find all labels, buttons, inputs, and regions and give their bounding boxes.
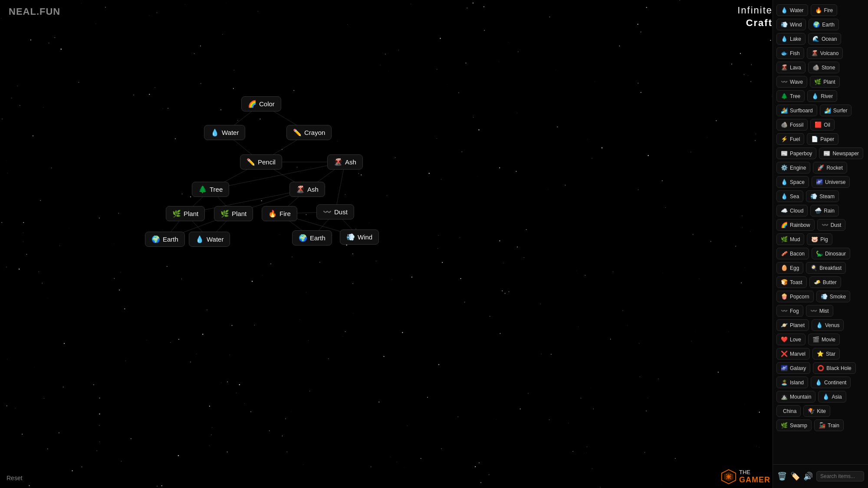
sidebar-item-44[interactable]: 🪐Planet	[776, 319, 809, 331]
node-water2[interactable]: 💧Water	[189, 232, 230, 247]
sidebar-icon-47: 🎬	[812, 336, 819, 343]
sidebar-item-35[interactable]: 🦕Dinosaur	[812, 248, 850, 259]
sidebar-label-8: Lava	[790, 65, 801, 71]
sidebar-item-12[interactable]: 🌲Tree	[776, 90, 805, 102]
sidebar-item-11[interactable]: 🌿Plant	[810, 76, 839, 88]
sidebar-item-40[interactable]: 🍿Popcorn	[776, 291, 814, 302]
sidebar-item-56[interactable]: China	[776, 405, 801, 417]
sidebar-item-52[interactable]: 🏝️Island	[776, 377, 808, 388]
trash-icon[interactable]: 🗑️	[777, 472, 787, 481]
sidebar-item-57[interactable]: 🪁Kite	[803, 405, 830, 417]
sidebar-label-57: Kite	[817, 408, 826, 414]
sidebar-icon-23: 🚀	[817, 164, 824, 171]
sidebar-item-18[interactable]: ⚡Fuel	[776, 133, 804, 145]
node-dust[interactable]: 〰️Dust	[316, 204, 354, 219]
sidebar-item-30[interactable]: 🌈Rainbow	[776, 219, 815, 231]
thegamer-name: GAMER	[739, 475, 770, 485]
sidebar-icon-46: ❤️	[781, 336, 788, 343]
sidebar-item-50[interactable]: 🌌Galaxy	[776, 362, 810, 374]
sidebar-item-54[interactable]: ⛰️Mountain	[776, 391, 815, 403]
node-plant1[interactable]: 🌿Plant	[166, 206, 205, 221]
node-label-pencil: Pencil	[258, 158, 276, 166]
reset-button[interactable]: Reset	[7, 475, 23, 481]
sidebar-item-34[interactable]: 🥓Bacon	[776, 248, 809, 259]
sidebar-label-47: Movie	[822, 337, 835, 343]
sidebar-label-12: Tree	[790, 93, 800, 99]
sidebar-item-19[interactable]: 📄Paper	[807, 133, 838, 145]
sidebar-item-32[interactable]: 🌿Mud	[776, 233, 804, 245]
node-fire[interactable]: 🔥Fire	[262, 206, 297, 221]
node-water1[interactable]: 💧Water	[204, 125, 245, 140]
sidebar-icon-54: ⛰️	[781, 393, 788, 400]
node-wind[interactable]: 💨Wind	[340, 229, 379, 245]
sidebar-label-58: Swamp	[790, 422, 807, 429]
sidebar-item-5[interactable]: 🌊Ocean	[808, 33, 841, 45]
sidebar-item-1[interactable]: 🔥Fire	[811, 4, 838, 16]
sidebar-item-6[interactable]: 🐟Fish	[776, 47, 804, 59]
node-color[interactable]: 🌈Color	[241, 96, 281, 111]
node-icon-ash1: 🌋	[334, 158, 342, 166]
sidebar-item-29[interactable]: 🌧️Rain	[810, 205, 839, 216]
sidebar-item-27[interactable]: 💨Steam	[806, 190, 839, 202]
node-earth1[interactable]: 🌍Earth	[145, 232, 185, 247]
sidebar-item-9[interactable]: 🪨Stone	[808, 62, 839, 73]
sidebar-item-3[interactable]: 🌍Earth	[809, 19, 839, 30]
sidebar-icon-30: 🌈	[781, 222, 788, 228]
info-icon[interactable]: 🏷️	[790, 472, 800, 481]
sidebar-item-8[interactable]: 🌋Lava	[776, 62, 806, 73]
node-crayon[interactable]: ✏️Crayon	[286, 125, 332, 140]
sidebar-item-21[interactable]: 📰Newspaper	[819, 147, 863, 159]
sidebar-item-58[interactable]: 🌿Swamp	[776, 419, 812, 431]
sidebar-item-42[interactable]: 〰️Fog	[776, 305, 803, 317]
sidebar-item-17[interactable]: 🟥Oil	[810, 119, 835, 131]
elements-sidebar[interactable]: 💧Water🔥Fire💨Wind🌍Earth💧Lake🌊Ocean🐟Fish🌋V…	[773, 0, 868, 488]
sidebar-item-26[interactable]: 💧Sea	[776, 190, 803, 202]
node-label-ash2: Ash	[307, 186, 319, 193]
sidebar-item-24[interactable]: 💧Space	[776, 176, 809, 188]
sidebar-item-15[interactable]: 🏄Surfer	[820, 105, 852, 116]
node-label-tree: Tree	[210, 186, 223, 193]
sidebar-icon-25: 🌌	[816, 179, 823, 185]
sidebar-item-38[interactable]: 🍞Toast	[776, 276, 807, 288]
node-tree[interactable]: 🌲Tree	[192, 182, 229, 197]
sidebar-item-22[interactable]: ⚙️Engine	[776, 162, 810, 174]
sidebar-item-37[interactable]: 🍳Breakfast	[806, 262, 846, 274]
sidebar-item-10[interactable]: 〰️Wave	[776, 76, 807, 88]
sidebar-item-45[interactable]: 💧Venus	[812, 319, 844, 331]
sidebar-label-41: Smoke	[830, 294, 846, 300]
sidebar-item-36[interactable]: 🥚Egg	[776, 262, 803, 274]
node-plant2[interactable]: 🌿Plant	[214, 206, 253, 221]
sidebar-item-7[interactable]: 🌋Volcano	[807, 47, 843, 59]
sidebar-item-23[interactable]: 🚀Rocket	[813, 162, 847, 174]
craft-canvas[interactable]: 🌈Color💧Water✏️Crayon✏️Pencil🌋Ash🌲Tree🌋As…	[0, 0, 521, 488]
sidebar-item-0[interactable]: 💧Water	[776, 4, 808, 16]
sidebar-item-53[interactable]: 💧Continent	[811, 377, 851, 388]
sidebar-item-31[interactable]: 〰️Dust	[817, 219, 846, 231]
sidebar-item-2[interactable]: 💨Wind	[776, 19, 806, 30]
sidebar-item-43[interactable]: 〰️Mist	[806, 305, 833, 317]
node-ash2[interactable]: 🌋Ash	[289, 182, 325, 197]
sidebar-item-25[interactable]: 🌌Universe	[812, 176, 850, 188]
sidebar-item-48[interactable]: ❌Marvel	[776, 348, 810, 360]
sidebar-item-4[interactable]: 💧Lake	[776, 33, 806, 45]
sidebar-item-13[interactable]: 💧River	[807, 90, 837, 102]
sidebar-item-47[interactable]: 🎬Movie	[808, 334, 840, 345]
sound-icon[interactable]: 🔊	[803, 472, 813, 481]
sidebar-item-59[interactable]: 🚂Train	[814, 419, 844, 431]
node-ash1[interactable]: 🌋Ash	[327, 154, 363, 170]
sidebar-item-51[interactable]: ⭕Black Hole	[813, 362, 855, 374]
sidebar-item-49[interactable]: ⭐Star	[812, 348, 840, 360]
sidebar-item-41[interactable]: 💨Smoke	[816, 291, 850, 302]
sidebar-item-14[interactable]: 🏄Surfboard	[776, 105, 817, 116]
sidebar-item-46[interactable]: ❤️Love	[776, 334, 806, 345]
node-earth2[interactable]: 🌍Earth	[292, 230, 332, 246]
sidebar-item-28[interactable]: ☁️Cloud	[776, 205, 808, 216]
sidebar-item-39[interactable]: 🧈Butter	[809, 276, 841, 288]
sidebar-item-16[interactable]: 🪨Fossil	[776, 119, 808, 131]
node-pencil[interactable]: ✏️Pencil	[240, 154, 282, 170]
sidebar-item-20[interactable]: 📰Paperboy	[776, 147, 816, 159]
sidebar-item-33[interactable]: 🐷Pig	[807, 233, 832, 245]
search-input[interactable]	[816, 471, 864, 481]
node-icon-tree: 🌲	[198, 185, 207, 193]
sidebar-item-55[interactable]: 💧Asia	[818, 391, 846, 403]
